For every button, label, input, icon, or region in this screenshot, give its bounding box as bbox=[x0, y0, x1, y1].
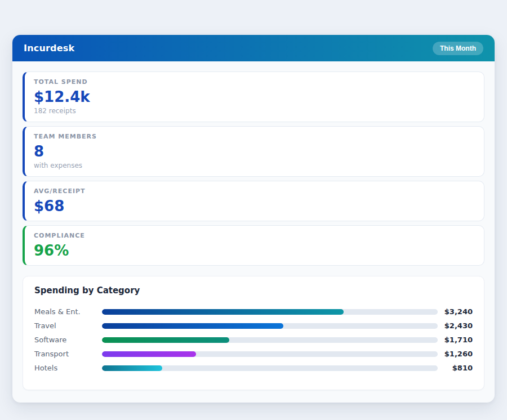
category-value: $3,240 bbox=[438, 307, 473, 316]
stat-label: TOTAL SPEND bbox=[34, 78, 475, 86]
stat-label: AVG/RECEIPT bbox=[34, 187, 475, 195]
chart-row-software: Software $1,710 bbox=[34, 333, 473, 347]
category-label: Software bbox=[34, 336, 102, 344]
stat-card-avg-receipt: AVG/RECEIPT $68 bbox=[23, 181, 484, 221]
chart-row-hotels: Hotels $810 bbox=[34, 361, 473, 375]
category-value: $1,710 bbox=[438, 336, 473, 344]
stat-subtext: with expenses bbox=[34, 162, 475, 170]
bar-track bbox=[102, 351, 438, 357]
bar-fill-meals bbox=[102, 309, 344, 315]
stat-value: 96% bbox=[34, 242, 475, 259]
dashboard-content: TOTAL SPEND $12.4k 182 receipts TEAM MEM… bbox=[12, 61, 495, 403]
category-value: $1,260 bbox=[438, 350, 473, 358]
app-title: Incurdesk bbox=[24, 43, 74, 53]
stat-card-total-spend: TOTAL SPEND $12.4k 182 receipts bbox=[23, 72, 484, 122]
category-value: $810 bbox=[438, 364, 473, 372]
stat-value: $68 bbox=[34, 198, 475, 215]
chart-title: Spending by Category bbox=[34, 285, 473, 296]
chart-row-transport: Transport $1,260 bbox=[34, 347, 473, 361]
category-label: Travel bbox=[34, 321, 102, 330]
stat-label: TEAM MEMBERS bbox=[34, 133, 475, 141]
bar-track bbox=[102, 337, 438, 343]
stat-card-compliance: COMPLIANCE 96% bbox=[23, 225, 484, 266]
bar-track bbox=[102, 365, 438, 371]
bar-fill-software bbox=[102, 337, 229, 343]
period-filter-badge[interactable]: This Month bbox=[433, 42, 483, 55]
app-header: Incurdesk This Month bbox=[12, 35, 495, 61]
stat-subtext: 182 receipts bbox=[34, 107, 475, 115]
spending-by-category-chart: Spending by Category Meals & Ent. $3,240… bbox=[23, 276, 484, 390]
chart-row-travel: Travel $2,430 bbox=[34, 319, 473, 333]
dashboard-panel: Incurdesk This Month TOTAL SPEND $12.4k … bbox=[12, 35, 495, 403]
category-label: Hotels bbox=[34, 364, 102, 372]
category-value: $2,430 bbox=[438, 321, 473, 330]
category-label: Meals & Ent. bbox=[34, 307, 102, 316]
bar-fill-hotels bbox=[102, 365, 162, 371]
category-label: Transport bbox=[34, 350, 102, 358]
stat-value: $12.4k bbox=[34, 88, 475, 105]
bar-fill-travel bbox=[102, 323, 283, 329]
stat-value: 8 bbox=[34, 143, 475, 160]
bar-fill-transport bbox=[102, 351, 196, 357]
bar-track bbox=[102, 309, 438, 315]
bar-track bbox=[102, 323, 438, 329]
chart-row-meals: Meals & Ent. $3,240 bbox=[34, 305, 473, 319]
stat-label: COMPLIANCE bbox=[34, 232, 475, 240]
stat-card-team-members: TEAM MEMBERS 8 with expenses bbox=[23, 126, 484, 177]
